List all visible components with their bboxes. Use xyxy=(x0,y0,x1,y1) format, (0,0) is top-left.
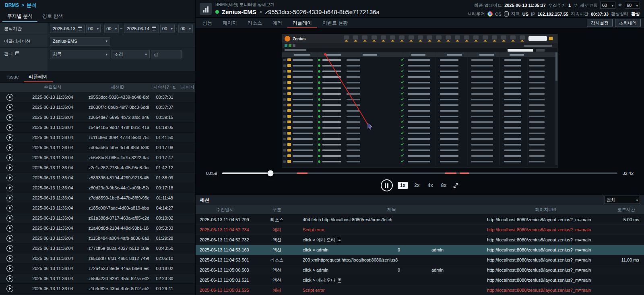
play-button[interactable] xyxy=(6,164,13,171)
tab-event-status[interactable]: 이벤트 현황 xyxy=(317,18,353,28)
date-to-input[interactable]: 2025-06-14 xyxy=(124,25,159,33)
pause-button[interactable] xyxy=(381,179,393,191)
filter-field-select[interactable]: 항목 xyxy=(50,50,110,58)
tab-subject-analysis[interactable]: 주제별 분석 xyxy=(2,10,37,22)
minute-to-select[interactable]: 00 xyxy=(178,25,193,33)
tab-path-explore[interactable]: 경로 탐색 xyxy=(37,10,68,22)
table-row[interactable]: 2025-06-13 11:36:04 z65cddf7-6f31-468c-8… xyxy=(0,253,195,264)
filter-condition-select[interactable]: 조건 xyxy=(111,50,150,58)
error-marker[interactable] xyxy=(445,172,457,174)
table-row[interactable]: 2025-06-13 11:36:04 zb6e8bc8-085c-4c7b-8… xyxy=(0,153,195,163)
play-button[interactable] xyxy=(6,285,13,292)
session-event-row[interactable]: 2025-06-13 11:05:01.525 에러 Script error.… xyxy=(196,285,644,295)
timeline-handle[interactable] xyxy=(268,170,274,177)
breadcrumb-root[interactable]: BRMS xyxy=(5,2,19,8)
application-select[interactable]: Zenius-EMS xyxy=(50,37,110,46)
tab-replay-list[interactable]: 리플레이 xyxy=(24,71,53,82)
play-button[interactable] xyxy=(6,265,13,272)
play-button[interactable] xyxy=(6,215,13,222)
hour-to-select[interactable]: 00 xyxy=(160,25,175,33)
tab-errors[interactable]: 에러 xyxy=(267,18,287,28)
calendar-icon[interactable] xyxy=(78,27,82,31)
speed-4x-button[interactable]: 4x xyxy=(426,182,435,189)
table-row[interactable]: 2025-06-13 11:36:04 z2e1a262-278b-4a05-9… xyxy=(0,163,195,173)
chevron-down-icon xyxy=(97,27,99,31)
session-event-row[interactable]: 2025-06-13 11:05:01.521 액션 click > 에러:오타… xyxy=(196,275,644,285)
session-event-row[interactable]: 2025-06-13 11:04:53.501 리소스 200 xmlhttpr… xyxy=(196,255,644,265)
error-marker[interactable] xyxy=(460,172,469,174)
timeline-progress xyxy=(222,172,271,174)
note-icon[interactable] xyxy=(338,278,341,283)
table-row[interactable]: 2025-06-13 11:36:04 z54a41b5-9dd7-478f-b… xyxy=(0,123,195,133)
tab-resources[interactable]: 리소스 xyxy=(242,18,267,28)
date-to-value: 2025-06-14 xyxy=(127,26,149,31)
table-row[interactable]: 2025-06-13 11:36:04 z8630f7c-0b6b-49f7-8… xyxy=(0,102,195,112)
table-row[interactable]: 2025-06-13 11:36:04 z115b484-a004-4afb-b… xyxy=(0,233,195,243)
play-button[interactable] xyxy=(6,154,13,161)
sort-icon[interactable] xyxy=(173,85,176,90)
tab-issue[interactable]: Issue xyxy=(2,71,24,82)
row-collected-at: 2025-06-13 11:36:04 xyxy=(19,125,86,130)
table-row[interactable]: 2025-06-13 11:36:04 z61a388d-0717-463a-a… xyxy=(0,213,195,223)
calendar-icon[interactable] xyxy=(152,27,156,31)
speed-8x-button[interactable]: 8x xyxy=(440,182,448,189)
play-button[interactable] xyxy=(6,275,13,282)
timeline-track[interactable] xyxy=(222,172,618,174)
table-row[interactable]: 2025-06-13 11:36:04 z80d29a9-9b3c-44c1-a… xyxy=(0,183,195,193)
error-marker[interactable] xyxy=(297,172,308,174)
tab-pages[interactable]: 페이지 xyxy=(217,18,242,28)
play-button[interactable] xyxy=(6,134,13,141)
action-history-button[interactable]: 조치내역 xyxy=(615,19,641,27)
play-button[interactable] xyxy=(6,225,13,232)
table-row[interactable]: 2025-06-13 11:36:04 zd0bab6b-fdbe-4cb9-8… xyxy=(0,143,195,153)
table-row[interactable]: 2025-06-13 11:36:04 z72a4523-8ede-44aa-b… xyxy=(0,264,195,274)
table-row[interactable]: 2025-06-13 11:36:04 z77cff5e-b82a-4827-b… xyxy=(0,243,195,253)
play-button[interactable] xyxy=(6,104,13,111)
table-row[interactable]: 2025-06-13 11:36:04 z1a40d8d-2184-448d-9… xyxy=(0,223,195,233)
table-row[interactable]: 2025-06-13 11:36:04 zc11c8ed-3094-4778-8… xyxy=(0,133,195,143)
refresh-interval-select-2[interactable]: 60 xyxy=(625,2,640,9)
tab-performance[interactable]: 성능 xyxy=(197,18,217,28)
play-button[interactable] xyxy=(6,255,13,262)
speed-2x-button[interactable]: 2x xyxy=(413,182,421,189)
watch-settings-button[interactable]: 감시설정 xyxy=(587,19,613,27)
play-button[interactable] xyxy=(6,175,13,181)
table-row[interactable]: 2025-06-13 11:36:04 z3654de7-5695-4b72-a… xyxy=(0,112,195,123)
table-row[interactable]: 2025-06-13 11:36:04 z589396d-8194-4269-9… xyxy=(0,173,195,183)
table-row[interactable]: 2025-06-13 11:36:04 z9553dcc-5026-4339-b… xyxy=(0,92,195,102)
speed-1x-button[interactable]: 1x xyxy=(398,182,408,189)
date-from-input[interactable]: 2025-06-13 xyxy=(50,25,85,33)
event-load-time: 11.00 ms xyxy=(609,258,644,262)
table-row[interactable]: 2025-06-13 11:36:04 z1b4d62e-43bd-4bfe-8… xyxy=(0,284,195,294)
table-row[interactable]: 2025-06-13 11:36:04 z559a230-9291-45fd-8… xyxy=(0,274,195,284)
row-collected-at: 2025-06-13 11:36:04 xyxy=(19,155,86,160)
row-collected-at: 2025-06-13 11:36:04 xyxy=(19,135,86,140)
play-button[interactable] xyxy=(6,235,13,242)
play-button[interactable] xyxy=(6,245,13,252)
play-button[interactable] xyxy=(6,144,13,151)
filter-value-input[interactable] xyxy=(151,50,182,58)
play-button[interactable] xyxy=(6,114,13,121)
filter-icon[interactable] xyxy=(15,51,19,55)
refresh-interval-select[interactable]: 60 xyxy=(600,2,615,9)
minute-from-select[interactable]: 00 xyxy=(104,25,119,33)
table-row[interactable]: 2025-06-13 11:36:04 z7dd8590-1be8-447b-8… xyxy=(0,193,195,203)
chevron-down-icon xyxy=(105,52,107,56)
hour-from-select[interactable]: 00 xyxy=(86,25,101,33)
table-row[interactable]: 2025-06-13 11:36:04 z185c06f-7aac-4d00-a… xyxy=(0,203,195,213)
note-icon[interactable] xyxy=(338,238,341,242)
session-event-row[interactable]: 2025-06-13 11:05:00.503 액션 click > admin… xyxy=(196,265,644,275)
event-type-filter-select[interactable]: 전체 xyxy=(605,196,640,204)
play-button[interactable] xyxy=(6,185,13,191)
tab-replay[interactable]: 리플레이 xyxy=(287,18,317,28)
fullscreen-button[interactable] xyxy=(453,183,459,189)
session-event-row[interactable]: 2025-06-13 11:04:51.799 리소스 404 fetch ht… xyxy=(196,215,644,225)
session-event-row[interactable]: 2025-06-13 11:04:53.160 액션 click > admin… xyxy=(196,245,644,255)
session-event-row[interactable]: 2025-06-13 11:04:52.734 에러 Script error.… xyxy=(196,225,644,235)
session-event-row[interactable]: 2025-06-13 11:04:52.732 액션 click > 에러:오타… xyxy=(196,235,644,245)
period-row: 분석기간 2025-06-13 00 : 00 ~ 2025-06 xyxy=(0,23,195,35)
play-button[interactable] xyxy=(6,124,13,131)
play-button[interactable] xyxy=(6,195,13,202)
play-button[interactable] xyxy=(6,205,13,212)
play-button[interactable] xyxy=(6,94,13,101)
